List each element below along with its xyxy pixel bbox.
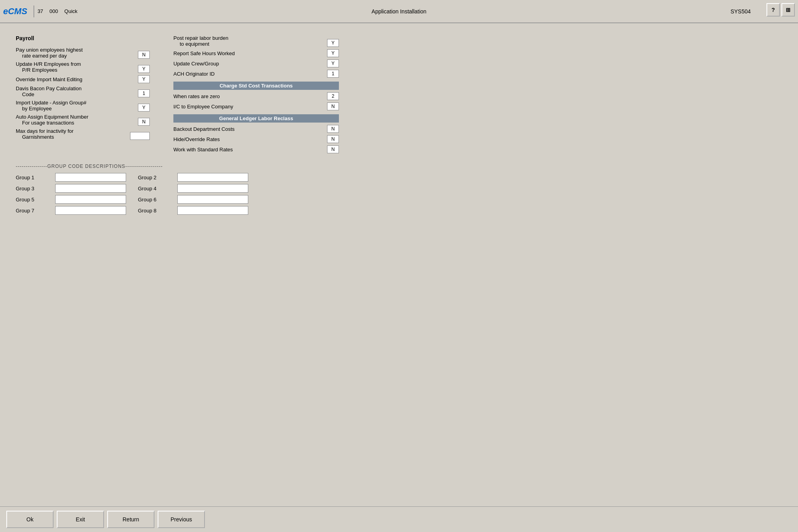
group-codes-title: ----------------GROUP CODE DESCRIPTIONS-… <box>16 164 782 169</box>
footer: Ok Exit Return Previous <box>0 506 798 532</box>
main-content: Payroll Pay union employees highest rate… <box>0 23 798 223</box>
field-row-repair: Post repair labor burden to equipment Y <box>173 35 339 47</box>
group1-label: Group 1 <box>16 175 51 180</box>
field-label-davis: Davis Bacon Pay Calculation Code <box>16 86 82 97</box>
field-repair-value[interactable]: Y <box>327 39 339 47</box>
field-import-value[interactable]: Y <box>138 104 150 112</box>
field-override-value[interactable]: Y <box>138 75 150 83</box>
ok-button[interactable]: Ok <box>6 511 54 528</box>
field-auto-value[interactable]: N <box>138 118 150 126</box>
gl-header: General Ledger Labor Reclass <box>173 114 339 123</box>
previous-button[interactable]: Previous <box>158 511 205 528</box>
group8-label: Group 8 <box>138 208 173 214</box>
field-crew-value[interactable]: Y <box>327 60 339 67</box>
group5-input[interactable] <box>55 195 126 204</box>
field-label-hide: Hide/Override Rates <box>173 136 220 142</box>
group-codes-grid: Group 1 Group 2 Group 3 Group 4 Group 5 … <box>16 173 782 215</box>
field-label-maxdays: Max days for inactivity for Garnishments <box>16 128 74 140</box>
group8-input[interactable] <box>177 206 248 215</box>
titlebar: eCMS 37 000 Quick Application Installati… <box>0 0 798 23</box>
field-row-maxdays: Max days for inactivity for Garnishments <box>16 128 150 140</box>
field-row-hr: Update H/R Employees from P/R Employees … <box>16 61 150 73</box>
group6-label: Group 6 <box>138 197 173 203</box>
field-row-backout: Backout Department Costs N <box>173 125 339 133</box>
layout-button[interactable]: ⊞ <box>781 3 795 17</box>
field-row-override: Override Import Maint Editing Y <box>16 75 150 83</box>
field-label-ic: I/C to Employee Company <box>173 104 233 110</box>
field-hide-value[interactable]: N <box>327 135 339 143</box>
field-label-crew: Update Crew/Group <box>173 61 219 67</box>
group7-label: Group 7 <box>16 208 51 214</box>
field-row-import: Import Update - Assign Group# by Employe… <box>16 100 150 112</box>
group5-label: Group 5 <box>16 197 51 203</box>
group2-label: Group 2 <box>138 175 173 180</box>
field-row-rates: When rates are zero 2 <box>173 92 339 100</box>
nav-num1: 37 <box>37 8 43 14</box>
field-row-crew: Update Crew/Group Y <box>173 60 339 67</box>
field-rates-value[interactable]: 2 <box>327 92 339 100</box>
help-button[interactable]: ? <box>766 3 780 17</box>
field-label-override: Override Import Maint Editing <box>16 76 82 82</box>
field-label-hr: Update H/R Employees from P/R Employees <box>16 61 81 73</box>
exit-button[interactable]: Exit <box>57 511 104 528</box>
field-hr-value[interactable]: Y <box>138 65 150 73</box>
field-row-ic: I/C to Employee Company N <box>173 102 339 110</box>
group4-label: Group 4 <box>138 186 173 192</box>
left-column: Payroll Pay union employees highest rate… <box>16 35 150 156</box>
nav-quick: Quick <box>64 8 77 14</box>
field-row-union: Pay union employees highest rate earned … <box>16 47 150 59</box>
nav-info: 37 000 Quick <box>37 8 77 14</box>
group7-input[interactable] <box>55 206 126 215</box>
field-row-auto: Auto Assign Equipment Number For usage t… <box>16 114 150 126</box>
field-davis-value[interactable]: 1 <box>138 89 150 97</box>
group6-input[interactable] <box>177 195 248 204</box>
field-backout-value[interactable]: N <box>327 125 339 133</box>
field-ic-value[interactable]: N <box>327 102 339 110</box>
field-work-value[interactable]: N <box>327 145 339 153</box>
field-maxdays-value[interactable] <box>130 132 150 140</box>
group3-input[interactable] <box>55 184 126 193</box>
field-safe-value[interactable]: Y <box>327 49 339 57</box>
field-label-ach: ACH Originator ID <box>173 71 215 77</box>
field-row-ach: ACH Originator ID 1 <box>173 70 339 78</box>
field-row-work: Work with Standard Rates N <box>173 145 339 153</box>
group2-input[interactable] <box>177 173 248 182</box>
payroll-section-title: Payroll <box>16 35 150 41</box>
field-union-value[interactable]: N <box>138 51 150 59</box>
field-label-backout: Backout Department Costs <box>173 126 234 132</box>
field-label-import: Import Update - Assign Group# by Employe… <box>16 100 86 112</box>
group4-input[interactable] <box>177 184 248 193</box>
group-codes-section: ----------------GROUP CODE DESCRIPTIONS-… <box>16 164 782 215</box>
field-row-hide: Hide/Override Rates N <box>173 135 339 143</box>
sys-code: SYS504 <box>731 8 751 15</box>
field-label-repair: Post repair labor burden to equipment <box>173 35 228 47</box>
field-row-safe: Report Safe Hours Worked Y <box>173 49 339 57</box>
field-label-safe: Report Safe Hours Worked <box>173 50 235 56</box>
field-label-union: Pay union employees highest rate earned … <box>16 47 83 59</box>
nav-num2: 000 <box>50 8 58 14</box>
field-label-rates: When rates are zero <box>173 93 220 99</box>
divider <box>33 6 34 17</box>
charge-std-header: Charge Std Cost Transactions <box>173 82 339 90</box>
right-column: Post repair labor burden to equipment Y … <box>173 35 339 156</box>
app-title: Application Installation <box>372 8 426 15</box>
field-label-work: Work with Standard Rates <box>173 147 233 153</box>
field-label-auto: Auto Assign Equipment Number For usage t… <box>16 114 88 126</box>
return-button[interactable]: Return <box>107 511 154 528</box>
app-logo: eCMS <box>3 6 27 17</box>
field-ach-value[interactable]: 1 <box>327 70 339 78</box>
field-row-davis: Davis Bacon Pay Calculation Code 1 <box>16 86 150 97</box>
toolbar-icons: ? ⊞ <box>766 3 795 17</box>
group1-input[interactable] <box>55 173 126 182</box>
group3-label: Group 3 <box>16 186 51 192</box>
